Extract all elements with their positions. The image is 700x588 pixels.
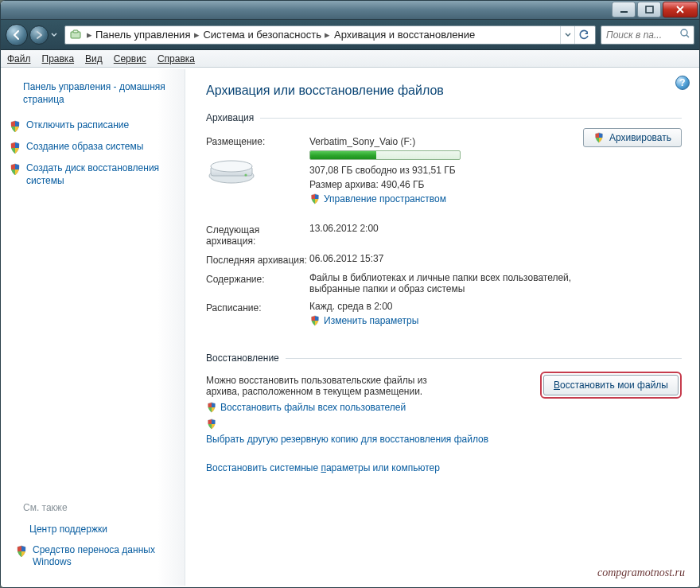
change-settings-label: Изменить параметры [324, 315, 418, 326]
restore-highlight: Восстановить мои файлы [540, 372, 682, 399]
back-button[interactable] [6, 24, 28, 46]
restore-all-users-label: Восстановить файлы всех пользователей [220, 402, 406, 413]
maximize-button[interactable] [637, 2, 661, 18]
svg-point-7 [211, 161, 252, 172]
content-label: Содержание: [206, 272, 309, 285]
section-backup-label: Архивация [206, 112, 254, 123]
body: Панель управления - домашняя страница От… [2, 69, 698, 586]
breadcrumb-sep[interactable]: ▸ [192, 29, 201, 41]
sidebar-create-repair-disc[interactable]: Создать диск восстановления системы [2, 158, 185, 191]
nav-history-dropdown[interactable] [49, 26, 60, 44]
search-input[interactable] [605, 29, 668, 41]
svg-rect-0 [620, 11, 628, 13]
shield-icon [206, 419, 217, 430]
refresh-button[interactable] [574, 26, 592, 44]
backup-now-button[interactable]: Архивировать [583, 128, 682, 147]
change-settings-link[interactable]: Изменить параметры [309, 315, 418, 326]
content-value: Файлы в библиотеках и личные папки всех … [309, 272, 580, 294]
location-name: Verbatim_Sony_Vaio (F:) [309, 136, 580, 147]
shield-icon [9, 142, 21, 154]
restore-desc: Можно восстановить пользовательские файл… [206, 375, 461, 397]
menu-help[interactable]: Справка [158, 53, 195, 64]
svg-point-4 [681, 29, 687, 36]
restore-system-link[interactable]: Восстановить системные параметры или ком… [206, 462, 440, 473]
sidebar-home-link[interactable]: Панель управления - домашняя страница [2, 77, 185, 115]
help-icon[interactable]: ? [675, 76, 690, 90]
restore-my-files-button[interactable]: Восстановить мои файлы [543, 375, 679, 395]
section-restore-header: Восстановление [206, 352, 682, 364]
shield-icon [15, 545, 28, 558]
schedule-text: Кажд. среда в 2:00 [309, 301, 580, 312]
svg-point-8 [244, 173, 247, 176]
breadcrumb-system-security[interactable]: Система и безопасность [201, 29, 323, 41]
last-backup-value: 06.06.2012 15:37 [309, 253, 580, 264]
choose-other-backup-link[interactable]: Выбрать другую резервную копию для восст… [206, 434, 488, 445]
titlebar [1, 1, 699, 20]
page-title: Архивация или восстановление файлов [206, 84, 682, 98]
breadcrumb-backup-restore[interactable]: Архивация и восстановление [332, 29, 476, 41]
manage-space-link[interactable]: Управление пространством [309, 193, 446, 204]
forward-button[interactable] [29, 25, 49, 45]
shield-icon [309, 193, 321, 204]
menu-edit[interactable]: Правка [42, 53, 75, 64]
search-box[interactable] [601, 25, 694, 45]
divider [260, 118, 682, 119]
breadcrumb-sep[interactable]: ▸ [323, 29, 332, 41]
restore-my-files-label: Восстановить мои файлы [554, 380, 668, 391]
sidebar-disable-schedule[interactable]: Отключить расписание [2, 115, 185, 137]
shield-icon [593, 132, 605, 143]
sidebar-wet[interactable]: Средство переноса данных Windows [9, 540, 178, 573]
shield-icon [309, 315, 321, 326]
divider [286, 358, 682, 359]
menu-file[interactable]: Файл [7, 53, 31, 64]
svg-rect-3 [73, 30, 78, 33]
section-backup-header: Архивация [206, 112, 682, 123]
disk-usage-bar [309, 150, 461, 160]
address-dropdown[interactable] [560, 26, 574, 44]
svg-rect-1 [646, 6, 653, 13]
sidebar-item-label: Центр поддержки [29, 524, 170, 536]
schedule-label: Расписание: [206, 301, 309, 313]
shield-icon [9, 120, 21, 133]
search-icon [679, 28, 690, 41]
shield-icon [206, 402, 217, 413]
schedule-value: Кажд. среда в 2:00 Изменить параметры [309, 301, 580, 329]
location-value: Verbatim_Sony_Vaio (F:) 307,08 ГБ свобод… [309, 134, 580, 208]
sidebar-action-center[interactable]: Центр поддержки [9, 520, 178, 540]
sidebar: Панель управления - домашняя страница От… [2, 69, 185, 586]
sidebar-item-label: Создание образа системы [26, 141, 177, 154]
window: ▸ Панель управления ▸ Система и безопасн… [0, 0, 700, 588]
shield-icon [9, 163, 21, 176]
last-backup-label: Последняя архивация: [206, 253, 309, 266]
location-label: Размещение: [206, 134, 309, 147]
next-backup-label: Следующая архивация: [206, 223, 309, 247]
menu-view[interactable]: Вид [85, 53, 103, 64]
manage-space-label: Управление пространством [324, 193, 446, 204]
section-restore-label: Восстановление [206, 352, 279, 364]
sidebar-item-label: Средство переноса данных Windows [33, 544, 170, 569]
archive-size-text: Размер архива: 490,46 ГБ [309, 179, 580, 190]
main-content: ? Архивация или восстановление файлов Ар… [185, 69, 698, 586]
close-button[interactable] [663, 2, 698, 18]
menu-tools[interactable]: Сервис [114, 53, 146, 64]
free-space-text: 307,08 ГБ свободно из 931,51 ГБ [309, 165, 580, 176]
breadcrumb-control-panel[interactable]: Панель управления [94, 29, 192, 41]
sidebar-see-also: См. также [9, 500, 178, 520]
backup-now-label: Архивировать [609, 132, 671, 143]
watermark: compgramotnost.ru [597, 567, 685, 579]
navbar: ▸ Панель управления ▸ Система и безопасн… [1, 20, 699, 50]
sidebar-create-image[interactable]: Создание образа системы [2, 137, 185, 158]
minimize-button[interactable] [612, 2, 636, 18]
next-backup-value: 13.06.2012 2:00 [309, 223, 580, 234]
menubar: Файл Правка Вид Сервис Справка [1, 50, 699, 68]
breadcrumb-sep[interactable]: ▸ [84, 29, 94, 41]
sidebar-item-label: Создать диск восстановления системы [26, 162, 177, 187]
drive-icon [206, 155, 257, 185]
control-panel-icon [68, 28, 83, 42]
sidebar-item-label: Отключить расписание [26, 119, 177, 132]
address-bar[interactable]: ▸ Панель управления ▸ Система и безопасн… [64, 25, 596, 45]
restore-all-users-link[interactable]: Восстановить файлы всех пользователей [206, 402, 406, 413]
